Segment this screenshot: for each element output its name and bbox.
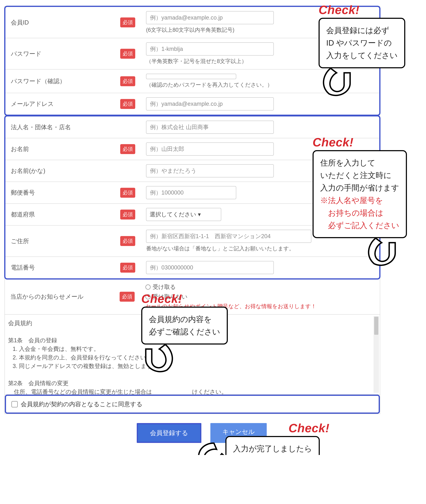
- email-input[interactable]: 例）yamada@example.co.jp: [146, 97, 274, 110]
- company-label: 法人名・団体名・店名: [11, 123, 135, 131]
- address-input[interactable]: 例）新宿区西新宿1-1-1 西新宿マンション204: [146, 230, 311, 243]
- callout2-r1: ※法人名や屋号を: [320, 194, 399, 207]
- callout1-l2: ID やパスワードの: [326, 37, 398, 49]
- check-heading: Check!: [289, 421, 330, 435]
- callout-balloon: 住所を入力して いただくと注文時に 入力の手間が省けます ※法人名や屋号を お持…: [312, 150, 407, 238]
- required-badge: 必須: [120, 292, 135, 302]
- password-confirm-label: パスワード（確認）: [11, 77, 117, 85]
- callout4-l1: 入力が完了しましたら: [233, 442, 312, 455]
- check-heading: Check!: [319, 3, 405, 17]
- required-badge: 必須: [120, 263, 135, 273]
- member-id-input[interactable]: 例）yamada@example.co.jp: [146, 11, 274, 24]
- callout-balloon: 入力が完了しましたら 会員登録するを押すと 登録が完了します: [225, 436, 320, 455]
- name-kana-label: お名前(かな): [11, 167, 135, 175]
- email-label: メールアドレス: [11, 100, 117, 108]
- callout-address: Check! 住所を入力して いただくと注文時に 入力の手間が省けます ※法人名…: [312, 135, 407, 268]
- terms-sec2-l1: 住所、電話番号などの会員情報に変更が生じた場合は けください。: [8, 387, 376, 394]
- required-badge: 必須: [120, 99, 135, 109]
- callout-balloon: 会員登録には必ず ID やパスワードの 入力をしてください: [319, 18, 405, 68]
- agree-checkbox[interactable]: [11, 401, 18, 407]
- pointer-icon: [319, 68, 358, 98]
- callout-balloon: 会員規約の内容を 必ずご確認ください: [141, 307, 228, 344]
- callout2-r2: お持ちの場合は: [320, 207, 399, 219]
- callout1-l1: 会員登録には必ず: [326, 24, 398, 37]
- terms-sec2-head: 第2条 会員情報の変更: [8, 379, 376, 387]
- agree-row[interactable]: 会員規約が契約の内容となることに同意する: [5, 395, 380, 414]
- callout2-l1: 住所を入力して: [320, 157, 399, 169]
- callout1-l3: 入力をしてください: [326, 49, 398, 62]
- radio-icon: [145, 285, 150, 290]
- required-badge: 必須: [120, 236, 135, 246]
- required-badge: 必須: [120, 49, 135, 59]
- agree-label: 会員規約が契約の内容となることに同意する: [21, 400, 142, 408]
- name-label: お名前: [11, 145, 117, 153]
- submit-button[interactable]: 会員登録する: [137, 423, 201, 443]
- scrollbar[interactable]: [374, 316, 379, 393]
- check-heading: Check!: [141, 292, 228, 306]
- member-id-label: 会員ID: [11, 18, 117, 27]
- callout3-l1: 会員規約の内容を: [149, 313, 220, 326]
- required-badge: 必須: [120, 17, 135, 27]
- newsletter-option-receive[interactable]: 受け取る: [145, 283, 375, 291]
- callout2-l2: いただくと注文時に: [320, 169, 399, 182]
- pointer-icon: [138, 344, 177, 375]
- address-label: ご住所: [11, 237, 117, 245]
- pointer-icon: [364, 238, 403, 268]
- prefecture-label: 都道府県: [11, 210, 117, 219]
- prefecture-select[interactable]: 選択してください ▾: [146, 208, 221, 221]
- phone-label: 電話番号: [11, 263, 117, 272]
- callout3-l2: 必ずご確認ください: [149, 326, 220, 338]
- company-input[interactable]: 例）株式会社 山田商事: [146, 121, 274, 134]
- callout2-r3: 必ずご記入ください: [320, 219, 399, 232]
- newsletter-label: 当店からのお知らせメール: [10, 292, 117, 301]
- required-badge: 必須: [120, 76, 135, 86]
- callout-terms: Check! 会員規約の内容を 必ずご確認ください: [141, 292, 228, 375]
- callout-credentials: Check! 会員登録には必ず ID やパスワードの 入力をしてください: [319, 3, 405, 98]
- required-badge: 必須: [120, 210, 135, 219]
- password-input[interactable]: 例）1-kmblja: [146, 43, 274, 56]
- postal-input[interactable]: 例）1000000: [146, 186, 236, 199]
- required-badge: 必須: [120, 188, 135, 198]
- scrollbar-thumb[interactable]: [374, 317, 378, 335]
- phone-input[interactable]: 例）0300000000: [146, 261, 274, 274]
- check-heading: Check!: [312, 135, 407, 149]
- row-company: 法人名・団体名・店名 例）株式会社 山田商事: [5, 117, 379, 138]
- callout-submit: Check! 入力が完了しましたら 会員登録するを押すと 登録が完了します: [192, 421, 330, 455]
- name-input[interactable]: 例）山田太郎: [146, 142, 274, 156]
- required-badge: 必須: [120, 144, 135, 154]
- callout2-l3: 入力の手間が省けます: [320, 182, 399, 194]
- password-label: パスワード: [11, 50, 117, 58]
- password-confirm-input[interactable]: [146, 74, 236, 79]
- name-kana-input[interactable]: 例）やまだたろう: [146, 164, 274, 177]
- postal-label: 郵便番号: [11, 189, 117, 197]
- pointer-icon: [185, 435, 232, 455]
- newsletter-opt1-label: 受け取る: [153, 283, 176, 291]
